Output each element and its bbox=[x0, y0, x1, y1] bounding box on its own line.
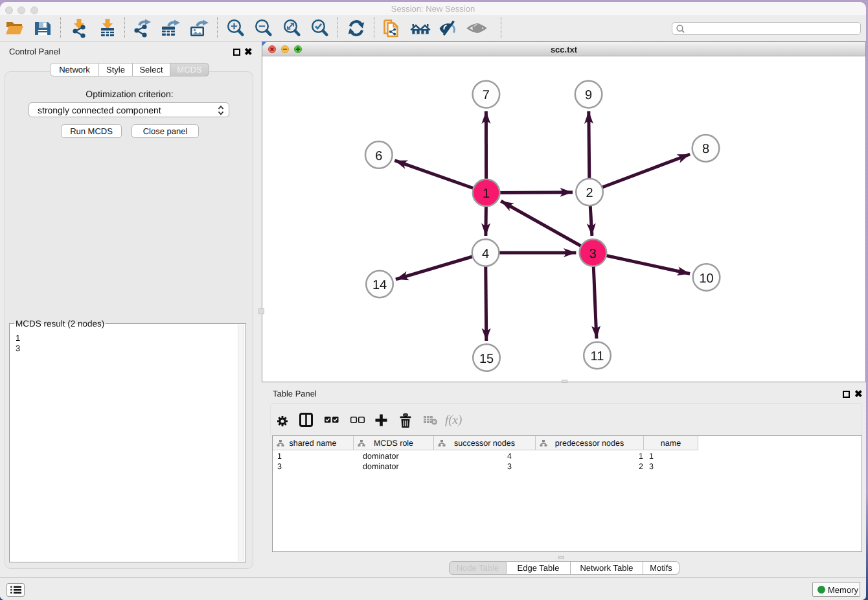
svg-text:10: 10 bbox=[699, 271, 713, 286]
svg-text:7: 7 bbox=[483, 88, 490, 102]
svg-text:11: 11 bbox=[591, 349, 604, 363]
svg-text:1: 1 bbox=[483, 187, 490, 201]
svg-text:6: 6 bbox=[375, 149, 382, 163]
svg-text:4: 4 bbox=[482, 247, 489, 261]
svg-text:8: 8 bbox=[702, 142, 709, 156]
svg-text:9: 9 bbox=[585, 88, 592, 102]
svg-text:2: 2 bbox=[586, 186, 593, 200]
svg-text:14: 14 bbox=[372, 278, 387, 292]
svg-text:3: 3 bbox=[589, 247, 597, 261]
svg-text:15: 15 bbox=[479, 352, 494, 366]
